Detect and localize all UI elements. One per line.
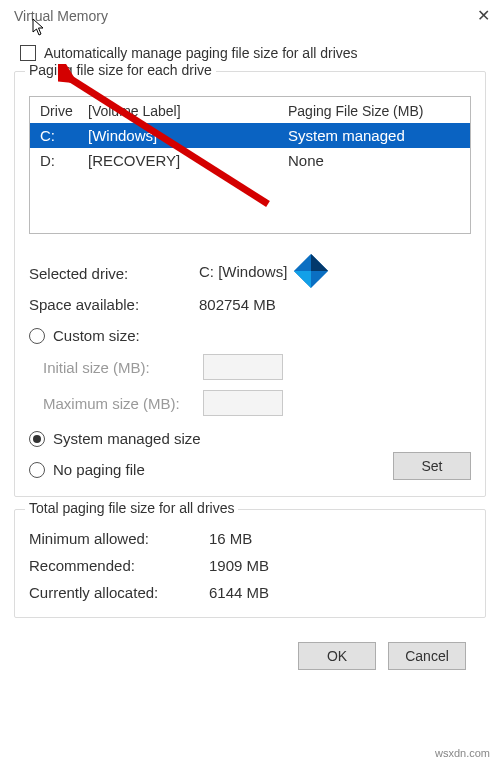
drive-row-c[interactable]: C: [Windows] System managed	[30, 123, 470, 148]
svg-marker-1	[311, 254, 328, 271]
total-group: Total paging file size for all drives Mi…	[14, 509, 486, 618]
window-title: Virtual Memory	[14, 8, 108, 24]
recommended-value: 1909 MB	[209, 557, 471, 574]
auto-manage-checkbox[interactable]	[20, 45, 36, 61]
col-size: Paging File Size (MB)	[288, 103, 460, 119]
drive-group-legend: Paging file size for each drive	[25, 62, 216, 78]
no-paging-label: No paging file	[53, 461, 145, 478]
drive-group: Paging file size for each drive Drive [V…	[14, 71, 486, 497]
recommended-label: Recommended:	[29, 557, 209, 574]
drive-label: [RECOVERY]	[88, 152, 288, 169]
windows-club-logo-icon	[292, 252, 330, 290]
close-icon[interactable]: ✕	[477, 6, 490, 25]
drive-letter: C:	[40, 127, 88, 144]
space-available-value: 802754 MB	[199, 296, 471, 313]
initial-size-label: Initial size (MB):	[43, 359, 193, 376]
initial-size-input[interactable]	[203, 354, 283, 380]
ok-button[interactable]: OK	[298, 642, 376, 670]
currently-allocated-value: 6144 MB	[209, 584, 471, 601]
auto-manage-label: Automatically manage paging file size fo…	[44, 45, 358, 61]
drive-list-header: Drive [Volume Label] Paging File Size (M…	[30, 97, 470, 123]
custom-size-radio[interactable]	[29, 328, 45, 344]
selected-drive-label: Selected drive:	[29, 265, 199, 282]
drive-size: None	[288, 152, 460, 169]
drive-list[interactable]: Drive [Volume Label] Paging File Size (M…	[29, 96, 471, 234]
watermark: wsxdn.com	[435, 747, 490, 759]
currently-allocated-label: Currently allocated:	[29, 584, 209, 601]
system-managed-radio[interactable]	[29, 431, 45, 447]
maximum-size-label: Maximum size (MB):	[43, 395, 193, 412]
total-group-legend: Total paging file size for all drives	[25, 500, 238, 516]
minimum-allowed-label: Minimum allowed:	[29, 530, 209, 547]
no-paging-radio[interactable]	[29, 462, 45, 478]
custom-size-label: Custom size:	[53, 327, 140, 344]
svg-marker-2	[293, 271, 310, 288]
col-volume: [Volume Label]	[88, 103, 288, 119]
selected-drive-value: C: [Windows]	[199, 263, 287, 280]
col-drive: Drive	[40, 103, 88, 119]
drive-size: System managed	[288, 127, 460, 144]
set-button[interactable]: Set	[393, 452, 471, 480]
space-available-label: Space available:	[29, 296, 199, 313]
cancel-button[interactable]: Cancel	[388, 642, 466, 670]
minimum-allowed-value: 16 MB	[209, 530, 471, 547]
drive-label: [Windows]	[88, 127, 288, 144]
drive-row-d[interactable]: D: [RECOVERY] None	[30, 148, 470, 173]
drive-letter: D:	[40, 152, 88, 169]
system-managed-label: System managed size	[53, 430, 201, 447]
maximum-size-input[interactable]	[203, 390, 283, 416]
titlebar: Virtual Memory ✕	[0, 0, 500, 29]
